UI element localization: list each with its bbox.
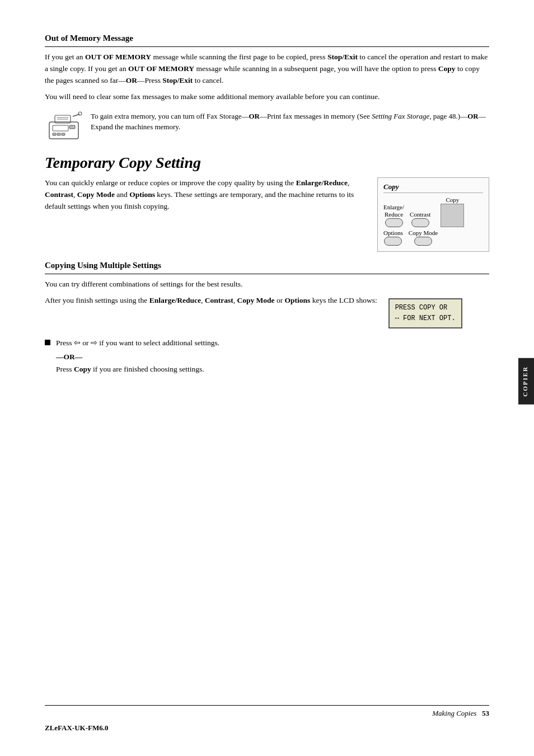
note-text: To gain extra memory, you can turn off F… xyxy=(91,111,489,133)
copying-multiple-para2: After you finish settings using the Enla… xyxy=(45,295,377,307)
options-label: Options xyxy=(383,229,403,237)
copy-panel-title: Copy xyxy=(383,182,483,193)
copying-multiple-para1: You can try different combinations of se… xyxy=(45,279,489,290)
bullet-item-1: Press ⇦ or ⇨ if you want to select addit… xyxy=(45,337,489,349)
enlarge-reduce-group: Enlarge/Reduce xyxy=(383,204,404,227)
svg-rect-3 xyxy=(53,133,56,135)
enlarge-reduce-label: Enlarge/Reduce xyxy=(383,204,404,218)
bullet-text: Press ⇦ or ⇨ if you want to select addit… xyxy=(56,337,219,349)
lcd-display: PRESS COPY OR ↔ FOR NEXT OPT. xyxy=(388,298,462,328)
press-copy-line: Press Copy if you are finished choosing … xyxy=(56,364,489,375)
copying-multiple-left: After you finish settings using the Enla… xyxy=(45,295,377,311)
copy-panel: Copy Enlarge/Reduce Contrast Copy xyxy=(377,177,489,252)
copy-panel-diagram: Copy Enlarge/Reduce Contrast Copy xyxy=(377,177,489,252)
copying-multiple-row: After you finish settings using the Enla… xyxy=(45,295,489,332)
enlarge-reduce-btn xyxy=(385,218,403,227)
temp-copy-para: You can quickly enlarge or reduce copies… xyxy=(45,177,366,213)
footer-model: ZLeFAX-UK-FM6.0 xyxy=(45,724,108,732)
out-of-memory-heading: Out of Memory Message xyxy=(45,34,489,43)
temp-copy-description: You can quickly enlarge or reduce copies… xyxy=(45,177,366,217)
copying-multiple-section: Copying Using Multiple Settings You can … xyxy=(45,261,489,375)
footer-line xyxy=(45,705,489,706)
svg-point-10 xyxy=(78,112,82,115)
fax-icon xyxy=(45,111,83,144)
copy-mode-group: Copy Mode xyxy=(409,229,438,246)
or-line: —OR— xyxy=(56,353,489,361)
svg-rect-4 xyxy=(57,133,60,135)
out-of-memory-section: Out of Memory Message If you get an OUT … xyxy=(45,34,489,144)
contrast-label: Contrast xyxy=(410,211,430,218)
section-divider xyxy=(45,46,489,47)
temp-copy-content: You can quickly enlarge or reduce copies… xyxy=(45,177,489,252)
bullet-square xyxy=(45,340,50,345)
copy-label: Copy xyxy=(446,196,459,204)
temp-copy-section: Temporary Copy Setting You can quickly e… xyxy=(45,154,489,252)
section-divider-2 xyxy=(45,274,489,274)
out-of-memory-para2: You will need to clear some fax messages… xyxy=(45,91,489,103)
out-of-memory-para1: If you get an OUT OF MEMORY message whil… xyxy=(45,51,489,87)
note-box: To gain extra memory, you can turn off F… xyxy=(45,111,489,144)
svg-rect-0 xyxy=(49,122,78,139)
options-group: Options xyxy=(383,229,403,246)
temp-copy-title: Temporary Copy Setting xyxy=(45,154,489,172)
footer-page-number: 53 xyxy=(482,709,489,717)
contrast-btn xyxy=(411,218,429,227)
copy-big-btn xyxy=(441,204,464,227)
footer-italic: Making Copies xyxy=(432,709,476,717)
svg-rect-2 xyxy=(69,125,75,129)
copy-mode-btn xyxy=(414,237,432,246)
svg-rect-1 xyxy=(53,125,68,131)
copy-mode-label: Copy Mode xyxy=(409,229,438,237)
side-tab-copier: COPIER xyxy=(518,358,534,405)
svg-rect-5 xyxy=(62,133,65,135)
footer-text: Making Copies 53 xyxy=(432,709,489,718)
page: Out of Memory Message If you get an OUT … xyxy=(0,0,534,756)
lcd-display-box: PRESS COPY OR ↔ FOR NEXT OPT. xyxy=(388,295,462,332)
options-btn xyxy=(384,237,402,246)
copy-group: Copy xyxy=(441,196,464,227)
copying-multiple-heading: Copying Using Multiple Settings xyxy=(45,261,489,270)
contrast-group: Contrast xyxy=(410,211,430,227)
